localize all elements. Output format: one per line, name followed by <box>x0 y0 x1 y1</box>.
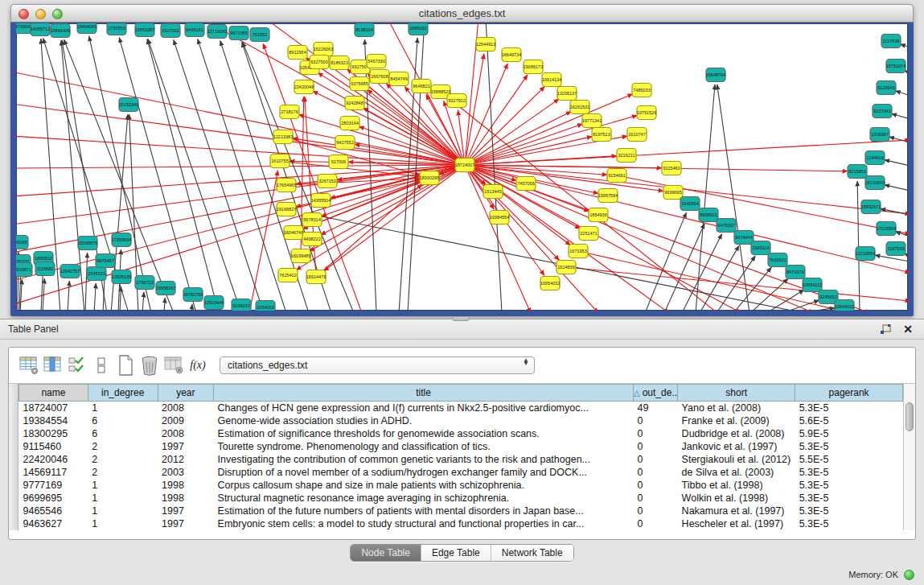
graph-node[interactable]: 10653287 <box>135 23 154 37</box>
graph-edge[interactable] <box>885 185 908 191</box>
table-cell[interactable]: Investigating the contribution of common… <box>214 453 634 466</box>
table-cell[interactable]: 1998 <box>158 492 213 505</box>
graph-node[interactable]: 12213383 <box>273 130 293 144</box>
graph-node[interactable]: 9975487 <box>96 254 115 268</box>
table-cell[interactable]: Tibbo et al. (1998) <box>678 479 795 492</box>
table-cell[interactable]: Changes of HCN gene expression and I(f) … <box>214 402 634 414</box>
graph-edge[interactable] <box>408 23 425 311</box>
graph-node[interactable]: 10914134 <box>542 73 561 87</box>
table-row[interactable]: 1872400712008Changes of HCN gene express… <box>19 402 903 414</box>
table-cell[interactable]: 18300295 <box>19 427 88 440</box>
graph-edge[interactable] <box>900 44 908 47</box>
table-cell[interactable]: 1 <box>88 517 158 530</box>
graph-node[interactable]: 751552 <box>250 28 269 42</box>
table-cell[interactable]: 5.3E-5 <box>795 505 903 517</box>
graph-node[interactable]: 10954032 <box>540 277 560 290</box>
graph-node[interactable]: 20206576 <box>78 237 97 250</box>
graph-node[interactable]: 9129946 <box>877 81 896 95</box>
table-cell[interactable]: 14569117 <box>19 466 88 479</box>
graph-node[interactable]: 12923446 <box>204 296 224 310</box>
table-cell[interactable]: Structural magnetic resonance image aver… <box>214 492 634 505</box>
table-row[interactable]: 969969511998Structural magnetic resonanc… <box>19 492 903 505</box>
table-cell[interactable]: 1 <box>88 402 158 414</box>
table-cell[interactable]: 2008 <box>158 402 213 414</box>
table-cell[interactable]: 1 <box>88 479 158 492</box>
table-cell[interactable]: Jankovic et al. (1997) <box>678 440 795 453</box>
select-all-rows-button[interactable] <box>65 353 89 377</box>
graph-node[interactable]: 15226063 <box>314 43 333 56</box>
graph-node[interactable]: 2803144 <box>340 117 359 130</box>
graph-node[interactable]: 9115460 <box>662 162 681 175</box>
table-cell[interactable]: Genome-wide association studies in ADHD. <box>214 414 634 427</box>
column-header-in_degree[interactable]: in_degree <box>88 385 158 402</box>
table-cell[interactable]: Corpus callosum shape and size in male p… <box>214 479 634 492</box>
graph-node[interactable]: 19404065 <box>77 23 97 34</box>
table-cell[interactable]: 1997 <box>158 505 213 517</box>
minimize-window-button[interactable] <box>35 9 46 19</box>
graph-node[interactable]: 19384554 <box>490 211 509 225</box>
table-row[interactable]: 1456911722003Disruption of a novel membe… <box>19 466 903 479</box>
table-cell[interactable]: de Silva et al. (2003) <box>678 466 795 479</box>
graph-node[interactable]: 20891406 <box>51 24 70 38</box>
table-cell[interactable]: 2012 <box>158 453 213 466</box>
table-cell[interactable]: Disruption of a novel member of a sodium… <box>214 466 634 479</box>
table-cell[interactable]: 5.9E-5 <box>795 427 903 440</box>
graph-edge[interactable] <box>94 283 96 311</box>
graph-edge[interactable] <box>881 208 908 215</box>
row-options-button[interactable] <box>89 353 113 377</box>
graph-node[interactable]: 2251471 <box>579 227 598 241</box>
graph-edge[interactable] <box>857 181 860 311</box>
table-cell[interactable]: Nakamura et al. (1997) <box>678 505 795 517</box>
graph-node[interactable]: 1167533 <box>886 242 906 256</box>
graph-node[interactable]: 19751526 <box>637 106 656 120</box>
graph-node[interactable]: 7625402 <box>278 269 298 282</box>
table-scrollbar[interactable] <box>903 384 915 530</box>
table-cell[interactable]: 0 <box>633 492 677 505</box>
graph-node[interactable]: 9699695 <box>663 186 683 200</box>
table-cell[interactable]: 2 <box>88 466 158 479</box>
graph-node[interactable]: 1686091 <box>409 23 428 35</box>
graph-node[interactable]: 18724007 <box>455 159 474 172</box>
table-cell[interactable]: 9699695 <box>19 492 88 505</box>
graph-node[interactable]: 9327500 <box>310 56 329 69</box>
graph-node[interactable]: 16914479 <box>306 270 326 284</box>
graph-node[interactable]: 16649734 <box>502 48 521 62</box>
graph-node[interactable]: 8471676 <box>786 266 805 279</box>
table-cell[interactable]: 6 <box>88 427 158 440</box>
panel-resize-handle[interactable] <box>452 316 470 321</box>
graph-edge[interactable] <box>895 91 908 96</box>
zoom-window-button[interactable] <box>52 9 63 19</box>
graph-node[interactable]: 19166827 <box>277 203 296 216</box>
table-cell[interactable]: Franke et al. (2009) <box>678 414 795 427</box>
delete-table-button[interactable] <box>138 353 162 377</box>
graph-node[interactable]: 4498222 <box>302 233 322 246</box>
table-cell[interactable]: 5.3E-5 <box>795 517 903 530</box>
table-mode-button[interactable] <box>17 353 41 377</box>
graph-node[interactable]: 1054033 <box>256 301 275 311</box>
scrollbar-thumb[interactable] <box>906 402 914 431</box>
graph-node[interactable]: 17654965 <box>277 179 296 192</box>
graph-node[interactable]: 2667608 <box>370 70 389 84</box>
table-cell[interactable]: 5.3E-5 <box>795 440 903 453</box>
graph-edge[interactable] <box>174 39 264 311</box>
table-cell[interactable]: 9463627 <box>19 517 88 530</box>
graph-node[interactable]: 16782759 <box>183 288 203 302</box>
table-select-dropdown[interactable]: citations_edges.txt ▲▼ <box>220 356 535 374</box>
table-row[interactable]: 911546021997Tourette syndrome. Phenomeno… <box>19 440 903 453</box>
memory-status-indicator[interactable] <box>904 570 914 580</box>
graph-edge[interactable] <box>465 140 908 165</box>
graph-edge[interactable] <box>892 113 908 119</box>
table-cell[interactable]: 5.3E-5 <box>795 466 903 479</box>
tab-network-table[interactable]: Network Table <box>491 545 573 561</box>
graph-node[interactable]: 12544913 <box>476 38 495 51</box>
graph-node[interactable]: 2935114 <box>751 241 770 255</box>
column-header-title[interactable]: title <box>214 385 634 402</box>
table-cell[interactable]: 1997 <box>158 440 213 453</box>
table-cell[interactable]: 2009 <box>158 414 213 427</box>
graph-node[interactable]: 18300295 <box>420 171 439 185</box>
graph-node[interactable]: 19086173 <box>524 60 543 74</box>
graph-node[interactable]: 22420046 <box>294 80 314 94</box>
table-row[interactable]: 1830029562008Estimation of significance … <box>19 427 903 440</box>
table-cell[interactable]: 0 <box>633 466 677 479</box>
table-cell[interactable]: 19384554 <box>19 414 88 427</box>
